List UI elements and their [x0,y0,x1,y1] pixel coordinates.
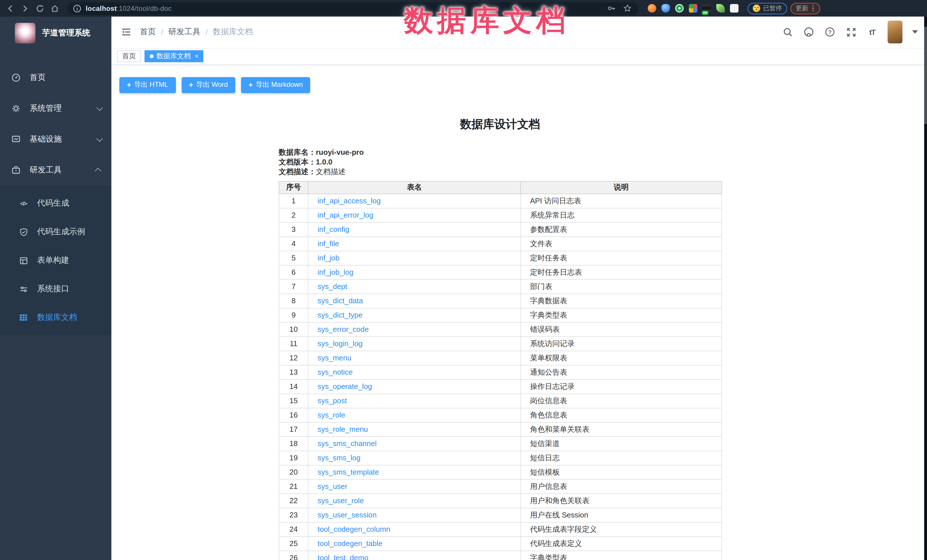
table-name-link[interactable]: sys_dept [318,282,347,291]
sidebar-item-system[interactable]: 系统管理 [0,93,111,124]
chevron-down-icon [97,135,103,142]
row-index: 24 [279,522,308,536]
tag-home[interactable]: 首页 [117,50,141,62]
row-description: 代码生成表定义 [521,536,722,551]
table-name-link[interactable]: sys_sms_log [318,454,360,462]
table-name-link[interactable]: sys_role_menu [318,425,368,434]
profile-paused-badge[interactable]: 已暂停 [748,3,787,14]
table-name-link[interactable]: sys_user_session [318,511,377,519]
table-name-link[interactable]: sys_notice [318,368,353,376]
back-icon[interactable] [5,3,16,14]
sidebar-item-db-doc[interactable]: 数据库文档 [0,303,111,332]
ext-leaf-icon[interactable] [716,4,725,12]
sidebar-item-label: 代码生成示例 [37,227,85,237]
table-row: 13 sys_notice 通知公告表 [279,365,722,379]
row-index: 1 [279,194,308,208]
screen: localhost:1024/tool/db-doc on 已暂停 更新 [0,0,927,560]
table-name-link[interactable]: sys_user_role [318,496,364,505]
table-name-link[interactable]: sys_user [318,482,347,490]
table-name-link[interactable]: sys_error_code [318,325,369,334]
table-name-link[interactable]: sys_role [318,411,345,419]
sidebar-item-codegen[interactable]: </> 代码生成 [0,189,111,218]
table-row: 15 sys_post 岗位信息表 [279,393,722,408]
browser-update-button[interactable]: 更新 [790,3,820,14]
reload-icon[interactable] [34,3,46,14]
table-name-link[interactable]: tool_codegen_table [318,539,382,548]
table-row: 12 sys_menu 菜单权限表 [279,351,722,365]
home-icon[interactable] [49,3,61,14]
ext-pin-icon[interactable] [661,4,670,12]
table-name-link[interactable]: inf_config [318,225,349,234]
table-name-link[interactable]: tool_codegen_column [318,525,390,533]
table-name-link[interactable]: sys_post [318,396,347,405]
row-description: 字典类型表 [521,308,722,322]
ext-check-icon[interactable] [675,4,684,12]
table-row: 8 sys_dict_data 字典数据表 [279,294,722,308]
ext-puzzle-icon[interactable] [730,4,739,12]
breadcrumb-current: 数据库文档 [213,27,253,37]
table-name-link[interactable]: inf_file [318,239,339,248]
table-name-link[interactable]: sys_sms_template [318,468,379,477]
table-name-link[interactable]: inf_job [318,253,340,262]
table-name-link[interactable]: sys_operate_log [318,382,372,391]
sidebar-item-home[interactable]: 首页 [0,62,111,93]
close-icon[interactable]: × [194,53,199,59]
code-icon: </> [19,199,28,208]
sidebar-item-codegen-demo[interactable]: 代码生成示例 [0,218,111,246]
browser-menu-icon[interactable] [811,4,815,13]
github-icon[interactable] [803,27,815,38]
sidebar-item-system-api[interactable]: 系统接口 [0,275,111,303]
export-markdown-button[interactable]: + 导出 Markdown [241,77,310,93]
table-name-link[interactable]: inf_job_log [318,268,354,276]
url-bar[interactable]: localhost:1024/tool/db-doc [67,2,638,15]
table-name-link[interactable]: inf_api_access_log [318,196,381,205]
app-logo-row[interactable]: 芋道管理系统 [0,17,111,50]
table-name-link[interactable]: tool_test_demo [318,554,368,560]
table-row: 3 inf_config 参数配置表 [279,222,722,237]
table-name-link[interactable]: sys_sms_channel [318,439,377,448]
breadcrumb-home[interactable]: 首页 [140,27,156,37]
help-icon[interactable]: ? [824,27,836,38]
sidebar-item-form-builder[interactable]: 表单构建 [0,246,111,275]
row-description: 定时任务表 [521,251,722,265]
table-name-link[interactable]: sys_dict_type [318,311,363,319]
table-row: 9 sys_dict_type 字典类型表 [279,308,722,322]
breadcrumb-devtools[interactable]: 研发工具 [169,27,201,37]
sidebar-item-infra[interactable]: 基础设施 [0,124,111,155]
user-avatar[interactable] [887,21,903,44]
forward-icon[interactable] [20,3,31,14]
ext-stack-on-icon[interactable]: on [702,4,711,12]
tag-db-doc[interactable]: 数据库文档 × [144,50,204,62]
caret-down-icon[interactable] [912,30,918,34]
key-icon[interactable] [605,3,617,14]
row-index: 7 [279,279,308,294]
tags-view: 首页 数据库文档 × [111,48,927,65]
table-name-link[interactable]: sys_dict_data [318,296,363,305]
table-row: 22 sys_user_role 用户和角色关联表 [279,493,722,508]
row-description: 操作日志记录 [521,379,722,393]
export-word-button[interactable]: + 导出 Word [181,77,235,93]
search-icon[interactable] [782,27,793,38]
table-row: 19 sys_sms_log 短信日志 [279,451,722,465]
ext-grid-icon[interactable] [689,4,698,12]
table-name-link[interactable]: sys_menu [318,354,351,362]
fontsize-icon[interactable]: tT [866,27,878,38]
table-name-link[interactable]: inf_api_error_log [318,211,373,219]
scrollbar-thumb[interactable] [924,27,927,124]
ext-orange-icon[interactable] [648,4,656,12]
browser-toolbar: localhost:1024/tool/db-doc on 已暂停 更新 [0,0,927,17]
row-index: 10 [279,322,308,336]
navbar-actions: ? tT [782,21,918,44]
star-icon[interactable] [622,3,633,14]
tool-icon [11,165,21,175]
fullscreen-icon[interactable] [845,27,857,38]
table-name-link[interactable]: sys_login_log [318,339,363,348]
sidebar-collapse-icon[interactable] [120,27,132,38]
url-text[interactable]: localhost:1024/tool/db-doc [86,4,601,12]
row-index: 14 [279,379,308,393]
window-scrollbar[interactable] [924,17,927,560]
sidebar-item-devtools[interactable]: 研发工具 [0,155,111,186]
export-html-button[interactable]: + 导出 HTML [119,77,176,93]
table-row: 18 sys_sms_channel 短信渠道 [279,436,722,451]
info-icon[interactable] [73,4,81,12]
